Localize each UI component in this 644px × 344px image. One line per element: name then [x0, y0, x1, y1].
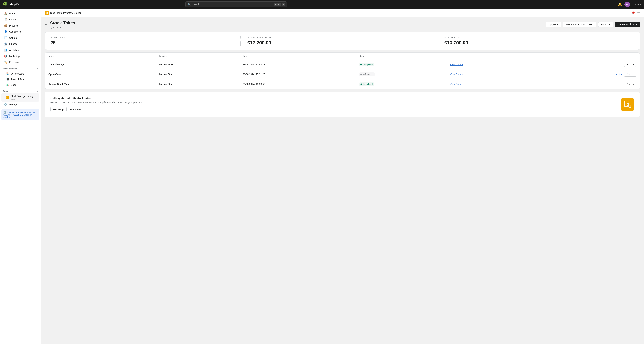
export-button[interactable]: Export ▾ — [598, 22, 613, 27]
getting-started-actions: Get setup Learn more — [50, 107, 617, 112]
view-counts-link[interactable]: View Counts — [450, 73, 463, 76]
shopify-logo-icon — [3, 2, 8, 7]
stock-takes-subtitle: By Pimsical — [50, 26, 75, 29]
stock-take-app-icon: ST — [6, 96, 9, 99]
sidebar-item-customers[interactable]: 👤 Customers — [1, 29, 39, 35]
sales-channels-section: Sales channels › — [0, 65, 40, 71]
svg-rect-1 — [625, 101, 629, 102]
app-illustration-icon — [621, 98, 634, 111]
row-name-cycle-count: Cycle Count — [45, 69, 156, 79]
apps-expand-icon[interactable]: › — [37, 90, 38, 93]
settings-icon: ⚙️ — [4, 103, 7, 106]
status-dot — [360, 83, 362, 85]
adjustment-value: £13,700.00 — [444, 40, 634, 46]
sidebar: 🏠 Home 📋 Orders 📦 Products 👤 Customers 📄… — [0, 9, 41, 344]
back-button[interactable]: ← — [45, 23, 48, 26]
page-header-app-icon: ST — [45, 11, 49, 15]
view-counts-link[interactable]: View Counts — [450, 63, 463, 66]
sales-channels-expand-icon[interactable]: › — [37, 68, 38, 70]
col-actions-2 — [526, 53, 640, 60]
search-bar[interactable]: 🔍 Search CTRL K — [186, 1, 287, 8]
row-actions: Action Archive — [530, 72, 636, 77]
notifications-bell-icon[interactable]: 🔔 — [618, 3, 622, 6]
analytics-icon: 📊 — [4, 49, 8, 52]
view-archived-button[interactable]: View Archived Stock Takes — [562, 22, 597, 27]
sidebar-label-settings: Settings — [9, 103, 17, 106]
export-chevron-icon: ▾ — [609, 23, 610, 26]
scanned-items-label: Scanned Items — [50, 36, 240, 39]
get-setup-button[interactable]: Get setup — [50, 107, 66, 112]
stock-takes-table: Name Location Date Status Water damage L… — [45, 53, 640, 89]
svg-rect-3 — [625, 104, 627, 104]
upgrade-button[interactable]: Upgrade — [546, 22, 561, 27]
row-view-counts-cycle-count[interactable]: View Counts — [447, 69, 526, 79]
sidebar-label-point-of-sale: Point of Sale — [11, 78, 24, 81]
stat-scanned-inventory: Scanned Inventory Cost £17,200.00 — [240, 36, 438, 46]
notice-link[interactable]: Non-transferable Checkout and Customer A… — [4, 111, 35, 118]
svg-rect-4 — [625, 105, 628, 105]
page-header-actions: 📌 ••• — [632, 11, 640, 15]
stats-card: Scanned Items 25 Scanned Inventory Cost … — [45, 32, 640, 50]
sidebar-item-analytics[interactable]: 📊 Analytics — [1, 47, 39, 53]
archive-button[interactable]: Archive — [624, 62, 636, 67]
getting-started-title: Getting started with stock takes — [50, 97, 617, 100]
row-actions: Archive — [530, 82, 636, 87]
row-status-water-damage: Completed — [355, 60, 447, 69]
table-row: Water damage London Store 29/08/2024, 15… — [45, 60, 640, 69]
sidebar-item-discounts[interactable]: 🏷️ Discounts — [1, 59, 39, 65]
row-date-cycle-count: 29/08/2024, 15:31:28 — [239, 69, 355, 79]
sidebar-item-shop[interactable]: 🛍️ Shop — [1, 82, 39, 88]
sidebar-item-products[interactable]: 📦 Products — [1, 23, 39, 29]
sidebar-item-marketing[interactable]: 📢 Marketing — [1, 53, 39, 59]
row-name-water-damage: Water damage — [45, 60, 156, 69]
stock-takes-header: ← Stock Takes By Pimsical Upgrade View A… — [45, 20, 640, 29]
sidebar-item-settings[interactable]: ⚙️ Settings — [1, 102, 39, 107]
avatar[interactable]: pim — [624, 2, 630, 7]
sidebar-item-finance[interactable]: 🏦 Finance — [1, 41, 39, 47]
pin-icon[interactable]: 📌 — [632, 11, 635, 15]
row-archive-annual[interactable]: Archive — [526, 79, 640, 89]
stock-takes-title: Stock Takes — [50, 20, 75, 26]
main-content: ST Stock Take (Inventory Count) 📌 ••• ← … — [41, 9, 644, 344]
shop-icon: 🛍️ — [6, 84, 9, 86]
header-actions: Upgrade View Archived Stock Takes Export… — [546, 22, 640, 27]
more-options-icon[interactable]: ••• — [637, 11, 640, 15]
status-dot — [360, 64, 362, 65]
logo[interactable]: shopify — [3, 2, 19, 7]
scanned-inventory-label: Scanned Inventory Cost — [248, 36, 438, 39]
username-label: pimsical — [633, 3, 641, 6]
action-link[interactable]: Action — [616, 73, 622, 76]
row-archive-cycle-count[interactable]: Action Archive — [526, 69, 640, 79]
sidebar-item-orders[interactable]: 📋 Orders — [1, 17, 39, 23]
row-archive-water-damage[interactable]: Archive — [526, 60, 640, 69]
archive-button[interactable]: Archive — [624, 72, 636, 77]
stat-scanned-items: Scanned Items 25 — [50, 36, 240, 46]
view-counts-link[interactable]: View Counts — [450, 83, 463, 86]
stat-adjustment: Adjustment Cost £13,700.00 — [437, 36, 634, 46]
stock-takes-title-block: Stock Takes By Pimsical — [50, 20, 75, 29]
row-location-annual: London Store — [156, 79, 239, 89]
learn-more-link[interactable]: Learn more — [68, 108, 81, 111]
row-name-annual: Annual Stock Take — [45, 79, 156, 89]
sidebar-notice: ℹ️ Non-transferable Checkout and Custome… — [1, 109, 39, 120]
sidebar-item-point-of-sale[interactable]: 🖥️ Point of Sale — [1, 77, 39, 82]
sidebar-item-content[interactable]: 📄 Content — [1, 35, 39, 41]
row-view-counts-annual[interactable]: View Counts — [447, 79, 526, 89]
adjustment-label: Adjustment Cost — [444, 36, 634, 39]
svg-rect-7 — [629, 106, 630, 106]
finance-icon: 🏦 — [4, 42, 8, 46]
archive-button[interactable]: Archive — [624, 82, 636, 87]
online-store-icon: 🏪 — [6, 72, 9, 75]
notice-icon: ℹ️ — [4, 111, 6, 114]
row-actions: Archive — [530, 62, 636, 67]
scanned-inventory-value: £17,200.00 — [248, 40, 438, 46]
sidebar-item-stock-take-app[interactable]: ST Stock Take (Inventory Co... — [1, 93, 39, 102]
sidebar-label-home: Home — [9, 12, 16, 15]
create-stock-take-button[interactable]: Create Stock Take — [615, 22, 640, 27]
svg-rect-9 — [629, 107, 630, 107]
row-view-counts-water-damage[interactable]: View Counts — [447, 60, 526, 69]
table-row: Cycle Count London Store 29/08/2024, 15:… — [45, 69, 640, 79]
sidebar-label-finance: Finance — [9, 43, 18, 45]
sidebar-item-online-store[interactable]: 🏪 Online Store — [1, 71, 39, 77]
sidebar-item-home[interactable]: 🏠 Home — [1, 10, 39, 16]
